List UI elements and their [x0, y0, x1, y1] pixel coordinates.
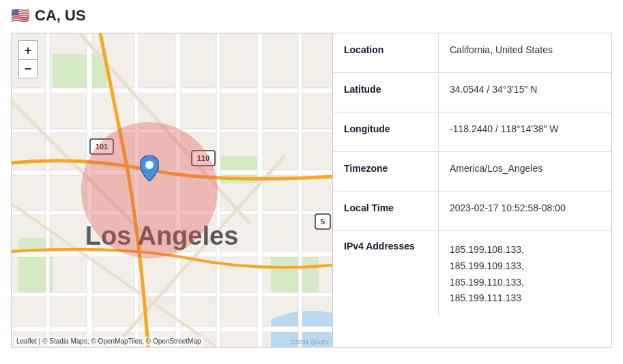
- label-location: Location: [333, 33, 439, 72]
- map-marker: [140, 155, 159, 184]
- value-localtime: 2023-02-17 10:52:58-08:00: [439, 192, 611, 230]
- ipv4-addr-2: 185.199.109.133,: [450, 258, 524, 275]
- svg-rect-11: [12, 327, 332, 332]
- map-attribution: Leaflet | © Stadia Maps; © OpenMapTiles;…: [14, 337, 203, 346]
- label-latitude: Latitude: [333, 73, 439, 112]
- zoom-out-button[interactable]: −: [18, 59, 38, 78]
- value-ipv4: 185.199.108.133, 185.199.109.133, 185.19…: [439, 231, 611, 316]
- region-label: CA, US: [35, 7, 86, 25]
- svg-rect-4: [271, 252, 319, 292]
- page-title: 🇺🇸 CA, US: [11, 7, 612, 25]
- info-row-ipv4: IPv4 Addresses 185.199.108.133, 185.199.…: [333, 231, 611, 316]
- ipv4-addr-4: 185.199.111.133: [450, 290, 521, 307]
- label-longitude: Longitude: [333, 112, 439, 151]
- map-controls: + −: [18, 40, 38, 78]
- svg-rect-18: [298, 33, 302, 347]
- svg-rect-10: [12, 292, 332, 297]
- svg-text:5: 5: [321, 217, 325, 226]
- svg-rect-1: [53, 54, 107, 88]
- svg-rect-12: [46, 33, 50, 347]
- label-timezone: Timezone: [333, 152, 439, 191]
- info-row-localtime: Local Time 2023-02-17 10:52:58-08:00: [333, 192, 611, 231]
- value-latitude: 34.0544 / 34°3′15″ N: [439, 73, 611, 112]
- value-location: California, United States: [439, 33, 611, 72]
- label-localtime: Local Time: [333, 192, 439, 230]
- svg-rect-5: [12, 88, 332, 93]
- ipv4-addr-1: 185.199.108.133,: [450, 242, 524, 258]
- info-row-location: Location California, United States: [333, 33, 611, 73]
- flag-icon: 🇺🇸: [11, 7, 29, 25]
- value-longitude: -118.2440 / 118°14′38″ W: [439, 112, 611, 151]
- info-row-timezone: Timezone America/Los_Angeles: [333, 152, 611, 192]
- zoom-in-button[interactable]: +: [18, 40, 38, 59]
- map-watermark: CSDN @lxjEL: [291, 339, 330, 346]
- location-radius-circle: [81, 122, 218, 258]
- info-row-longitude: Longitude -118.2440 / 118°14′38″ W: [333, 112, 611, 152]
- value-timezone: America/Los_Angeles: [439, 152, 611, 191]
- info-table: Location California, United States Latit…: [332, 33, 611, 347]
- svg-point-30: [145, 161, 154, 169]
- info-row-latitude: Latitude 34.0544 / 34°3′15″ N: [333, 73, 611, 112]
- map-container: 101 110 5 Los Angeles + − Leaflet | © St…: [12, 33, 332, 347]
- label-ipv4: IPv4 Addresses: [333, 231, 439, 316]
- svg-rect-17: [257, 33, 263, 347]
- ipv4-addr-3: 185.199.110.133,: [450, 275, 524, 291]
- main-content: 101 110 5 Los Angeles + − Leaflet | © St…: [11, 33, 612, 348]
